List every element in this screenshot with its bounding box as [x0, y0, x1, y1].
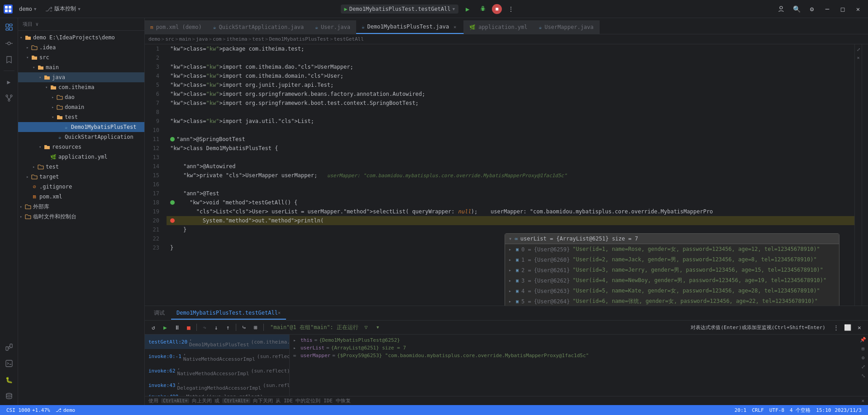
tree-item-test[interactable]: ▾test [18, 112, 144, 122]
close-button[interactable]: ✕ [852, 3, 864, 15]
run-to-cursor-button[interactable]: ⤷ [239, 322, 249, 332]
step-into-button[interactable]: ↓ [211, 322, 221, 332]
tooltip-item-2[interactable]: ▸ ▣ 2 = {User@6261} "User(id=3, name=Jer… [505, 265, 839, 275]
stack-frame-3[interactable]: invoke:43 , DelegatingMethodAccessorImpl… [145, 378, 289, 392]
cursor-position[interactable]: 20:1 [732, 407, 749, 413]
settings-button[interactable]: ⚙ [806, 3, 818, 15]
indent[interactable]: 4 个空格 [787, 407, 813, 414]
bottom-tab-close-1[interactable]: ✕ [278, 310, 281, 315]
run-config[interactable]: ▶ Demo1MybatisPlusTest.testGetAll ▼ [341, 5, 459, 14]
rerun-button[interactable]: ↺ [148, 322, 158, 332]
bottom-tab-1[interactable]: Demo1MybatisPlusTest.testGetAll ✕ [171, 307, 286, 320]
restore-button[interactable]: □ [836, 3, 849, 15]
evaluate-button[interactable]: ⊞ [251, 322, 261, 332]
close-mini-btn[interactable]: ✕ [855, 54, 862, 61]
tab-demo1mybatis-tab[interactable]: ☕Demo1MybatisPlusTest.java✕ [356, 20, 464, 34]
tab-pom-xml-tab[interactable]: mpom.xml (demo) [145, 20, 208, 34]
profile-button[interactable] [775, 3, 787, 15]
tab-user-tab[interactable]: ☕User.java [310, 20, 356, 34]
tree-item-src[interactable]: ▾src [18, 52, 144, 62]
tree-item-main[interactable]: ▾main [18, 62, 144, 72]
variable-item-0[interactable]: ▸ this = {Demo1MybatisPlusTest@6252} [290, 336, 858, 344]
activity-run-icon[interactable]: ▶ [2, 75, 16, 89]
more-toolbar-button[interactable]: ⋮ [831, 322, 841, 332]
breadcrumb-item-4[interactable]: com [213, 36, 222, 42]
encoding[interactable]: UTF-8 [767, 407, 787, 413]
breadcrumb-item-6[interactable]: test [252, 36, 264, 42]
tree-item-com-itheima[interactable]: ▾com.itheima [18, 82, 144, 92]
hint-close[interactable]: ✕ [861, 398, 864, 404]
tree-item-external-libs[interactable]: ▸外部库 [18, 202, 144, 212]
run-button[interactable]: ▶ [461, 3, 474, 15]
tab-usermapper-tab[interactable]: ☕UserMapper.java [534, 20, 600, 34]
tree-item-idea[interactable]: ▸.idea [18, 42, 144, 52]
breadcrumb-item-2[interactable]: main [179, 36, 191, 42]
tooltip-item-0[interactable]: ▸ ▣ 0 = {User@6259} "User(id=1, name=Ros… [505, 244, 839, 255]
tooltip-item-4[interactable]: ▸ ▣ 4 = {User@6263} "User(id=5, name=Kat… [505, 286, 839, 296]
expand-mini-btn[interactable]: ⤢ [855, 46, 862, 52]
pin-icon[interactable]: 📌 [859, 335, 867, 344]
debug-button[interactable] [477, 3, 489, 15]
resume-button[interactable]: ▶ [160, 322, 170, 332]
tree-item-resources[interactable]: ▾resources [18, 142, 144, 152]
version-control[interactable]: ⎇ 版本控制 ▼ [43, 4, 83, 14]
breadcrumb-item-0[interactable]: demo [148, 36, 161, 42]
stack-frame-1[interactable]: invoke:0:-1 , NativeMethodAccessorImpl (… [145, 349, 289, 363]
breadcrumb-item-7[interactable]: Demo1MybatisPlusTest [269, 36, 329, 42]
tab-application-tab[interactable]: 🌿application.yml [464, 20, 533, 34]
activity-git-icon[interactable] [2, 91, 16, 105]
tree-item-scratches[interactable]: ▸临时文件和控制台 [18, 212, 144, 222]
expand-icon[interactable]: ⤢ [859, 363, 867, 371]
stock-ticker[interactable]: CSI 1000 +1.47% [4, 405, 53, 415]
breadcrumb-item-3[interactable]: java [196, 36, 208, 42]
activity-project-icon[interactable] [2, 20, 16, 34]
breadcrumb-item-1[interactable]: src [165, 36, 174, 42]
tree-item-QuickStartApplication[interactable]: ☕QuickStartApplication [18, 132, 144, 142]
editor-scrollbar[interactable] [862, 44, 868, 306]
dropdown-button[interactable]: ▼ [374, 323, 382, 331]
activity-database-icon[interactable] [2, 389, 16, 403]
variable-item-2[interactable]: ∞ userMapper = {$Proxy59@6253} "com.baom… [290, 352, 858, 359]
step-out-button[interactable]: ↑ [223, 322, 233, 332]
tree-item-target[interactable]: ▸target [18, 172, 144, 182]
variable-item-1[interactable]: ▸ userList = {ArrayList@6251} size = 7 [290, 344, 858, 352]
filter-button[interactable]: ▽ [362, 323, 370, 331]
minimize-button[interactable]: ─ [821, 3, 834, 15]
close-toolbar-button[interactable]: ✕ [854, 322, 864, 332]
restore-toolbar-button[interactable]: ⬜ [843, 322, 853, 332]
pause-button[interactable]: ⏸ [172, 322, 182, 332]
tree-item-gitignore[interactable]: ⊘.gitignore [18, 182, 144, 192]
breadcrumb-item-8[interactable]: testGetAll [334, 36, 364, 42]
activity-plugins-icon[interactable] [2, 340, 16, 354]
collapse-icon[interactable]: ⤡ [859, 372, 867, 380]
more-options-button[interactable]: ⋮ [505, 3, 517, 15]
tab-close-button[interactable]: ✕ [452, 24, 458, 30]
settings-panel-icon[interactable]: ⚙ [859, 354, 867, 362]
tree-item-Demo1MybatisPlusTest[interactable]: ☕Demo1MybatisPlusTest [18, 122, 144, 132]
git-branch[interactable]: ⎇ demo [53, 405, 78, 415]
tree-item-pom-xml[interactable]: mpom.xml [18, 192, 144, 202]
tooltip-item-1[interactable]: ▸ ▣ 1 = {User@6260} "User(id=2, name=Jac… [505, 255, 839, 265]
breadcrumb-item-5[interactable]: itheima [226, 36, 247, 42]
project-selector[interactable]: demo ▼ [16, 5, 39, 14]
tree-item-demo-root[interactable]: ▾demo E:\IdeaProjects\demo [18, 33, 144, 42]
activity-terminal-icon[interactable] [2, 356, 16, 371]
tree-item-domain[interactable]: ▸domain [18, 102, 144, 112]
stack-frame-4[interactable]: invoke:498 , Method (java.lang.reflect) [145, 392, 289, 396]
search-button[interactable]: 🔍 [790, 3, 803, 15]
activity-debug-icon[interactable]: 🐛 [2, 373, 16, 387]
tooltip-item-3[interactable]: ▸ ▣ 3 = {User@6262} "User(id=4, name=New… [505, 275, 839, 286]
layout-icon[interactable]: ⊞ [859, 344, 867, 353]
tooltip-item-5[interactable]: ▸ ▣ 5 = {User@6264} "User(id=6, name=张统,… [505, 296, 839, 306]
stack-frame-0[interactable]: testGetAll:20 , Demo1MybatisPlusTest (co… [145, 335, 289, 349]
tree-item-dao[interactable]: ▸dao [18, 92, 144, 102]
activity-bookmark-icon[interactable] [2, 52, 16, 67]
bottom-tab-0[interactable]: 调试 [148, 307, 170, 320]
step-over-button[interactable]: ↷ [200, 322, 210, 332]
tree-item-application-yml[interactable]: 🌿application.yml [18, 152, 144, 162]
line-ending[interactable]: CRLF [749, 407, 767, 413]
stack-frame-2[interactable]: invoke:62 , NativeMethodAccessorImpl (su… [145, 363, 289, 378]
tab-quickstart-tab[interactable]: ☕QuickStartApplication.java [208, 20, 310, 34]
activity-commit-icon[interactable] [2, 36, 16, 51]
tree-item-java[interactable]: ▾java [18, 72, 144, 82]
